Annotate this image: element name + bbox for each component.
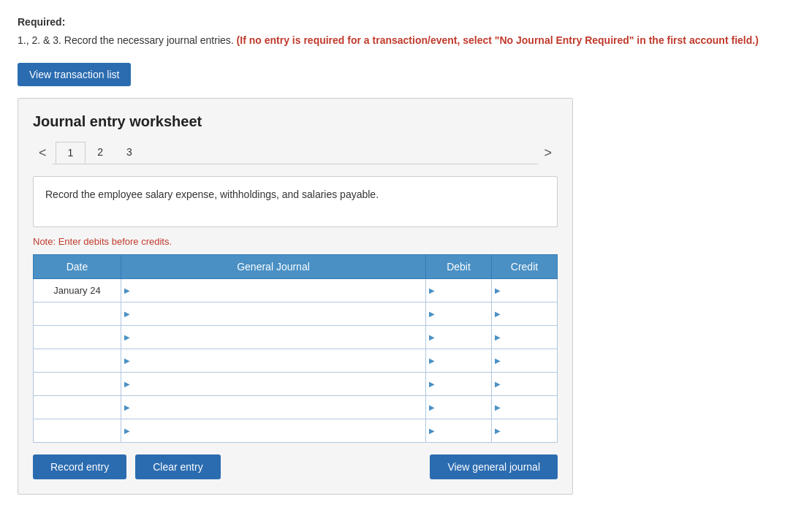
- gj-input[interactable]: [133, 329, 425, 346]
- debit-cell[interactable]: ▶: [426, 349, 492, 373]
- date-cell: January 24: [34, 279, 121, 302]
- table-row: ▶▶▶: [34, 349, 558, 373]
- record-entry-button[interactable]: Record entry: [33, 454, 126, 479]
- credit-cell[interactable]: ▶: [492, 279, 558, 302]
- credit-cell[interactable]: ▶: [492, 373, 558, 396]
- journal-table: Date General Journal Debit Credit Januar…: [33, 254, 558, 443]
- view-transaction-button[interactable]: View transaction list: [18, 63, 131, 86]
- credit-triangle-icon: ▶: [492, 427, 504, 435]
- date-cell[interactable]: [34, 419, 121, 443]
- tab-1[interactable]: 1: [56, 142, 86, 164]
- credit-input[interactable]: [504, 305, 557, 322]
- credit-input[interactable]: [504, 376, 557, 392]
- col-header-debit: Debit: [426, 255, 492, 279]
- triangle-icon: ▶: [121, 286, 133, 294]
- triangle-icon: ▶: [121, 380, 133, 388]
- gj-cell[interactable]: ▶: [121, 396, 426, 419]
- date-input[interactable]: [34, 396, 121, 419]
- col-header-date: Date: [34, 255, 121, 279]
- credit-triangle-icon: ▶: [492, 380, 504, 388]
- credit-input[interactable]: [504, 422, 557, 439]
- note-text: Note: Enter debits before credits.: [33, 236, 558, 247]
- date-input[interactable]: [34, 349, 121, 372]
- debit-input[interactable]: [438, 376, 491, 392]
- credit-cell[interactable]: ▶: [492, 419, 558, 443]
- debit-triangle-icon: ▶: [426, 403, 438, 411]
- gj-cell[interactable]: ▶: [121, 279, 426, 302]
- credit-input[interactable]: [504, 352, 557, 369]
- prev-tab-button[interactable]: <: [33, 142, 53, 164]
- date-cell[interactable]: [34, 326, 121, 349]
- description-box: Record the employee salary expense, with…: [33, 176, 558, 227]
- gj-cell[interactable]: ▶: [121, 302, 426, 326]
- debit-input[interactable]: [438, 329, 491, 346]
- gj-cell[interactable]: ▶: [121, 373, 426, 396]
- debit-input[interactable]: [438, 305, 491, 322]
- date-input[interactable]: [34, 373, 121, 395]
- view-general-journal-button[interactable]: View general journal: [430, 454, 558, 479]
- tab-2[interactable]: 2: [86, 142, 115, 164]
- debit-input[interactable]: [438, 282, 491, 299]
- credit-triangle-icon: ▶: [492, 310, 504, 318]
- credit-triangle-icon: ▶: [492, 357, 504, 365]
- table-row: ▶▶▶: [34, 373, 558, 396]
- next-tab-button[interactable]: >: [538, 142, 558, 164]
- credit-input[interactable]: [504, 329, 557, 346]
- gj-cell[interactable]: ▶: [121, 326, 426, 349]
- credit-input[interactable]: [504, 399, 557, 416]
- credit-cell[interactable]: ▶: [492, 326, 558, 349]
- triangle-icon: ▶: [121, 357, 133, 365]
- debit-input[interactable]: [438, 399, 491, 416]
- gj-input[interactable]: [133, 352, 425, 369]
- date-input[interactable]: [34, 302, 121, 325]
- table-row: January 24▶▶▶: [34, 279, 558, 302]
- col-header-gj: General Journal: [121, 255, 426, 279]
- credit-triangle-icon: ▶: [492, 286, 504, 294]
- debit-cell[interactable]: ▶: [426, 279, 492, 302]
- clear-entry-button[interactable]: Clear entry: [135, 454, 220, 479]
- gj-input[interactable]: [133, 422, 425, 439]
- debit-triangle-icon: ▶: [426, 380, 438, 388]
- required-label: Required:: [18, 15, 794, 30]
- triangle-icon: ▶: [121, 310, 133, 318]
- debit-triangle-icon: ▶: [426, 427, 438, 435]
- debit-cell[interactable]: ▶: [426, 419, 492, 443]
- gj-cell[interactable]: ▶: [121, 349, 426, 373]
- date-cell[interactable]: [34, 302, 121, 326]
- debit-cell[interactable]: ▶: [426, 302, 492, 326]
- debit-triangle-icon: ▶: [426, 333, 438, 341]
- bottom-buttons: Record entry Clear entry View general jo…: [33, 454, 558, 479]
- gj-input[interactable]: [133, 376, 425, 392]
- credit-triangle-icon: ▶: [492, 403, 504, 411]
- date-cell[interactable]: [34, 373, 121, 396]
- gj-input[interactable]: [133, 305, 425, 322]
- gj-cell[interactable]: ▶: [121, 419, 426, 443]
- instruction-text: 1., 2. & 3. Record the necessary journal…: [18, 33, 794, 48]
- tab-3[interactable]: 3: [115, 142, 144, 164]
- triangle-icon: ▶: [121, 333, 133, 341]
- credit-cell[interactable]: ▶: [492, 349, 558, 373]
- tabs-nav-area: < 1 2 3 >: [33, 142, 558, 164]
- credit-input[interactable]: [504, 282, 557, 299]
- credit-cell[interactable]: ▶: [492, 396, 558, 419]
- gj-input[interactable]: [133, 399, 425, 416]
- triangle-icon: ▶: [121, 427, 133, 435]
- triangle-icon: ▶: [121, 403, 133, 411]
- debit-triangle-icon: ▶: [426, 357, 438, 365]
- worksheet-title: Journal entry worksheet: [33, 113, 558, 130]
- debit-cell[interactable]: ▶: [426, 396, 492, 419]
- debit-triangle-icon: ▶: [426, 286, 438, 294]
- date-cell[interactable]: [34, 349, 121, 373]
- debit-input[interactable]: [438, 352, 491, 369]
- debit-input[interactable]: [438, 422, 491, 439]
- debit-triangle-icon: ▶: [426, 310, 438, 318]
- debit-cell[interactable]: ▶: [426, 373, 492, 396]
- gj-input[interactable]: [133, 282, 425, 299]
- date-input[interactable]: [34, 419, 121, 442]
- credit-cell[interactable]: ▶: [492, 302, 558, 326]
- debit-cell[interactable]: ▶: [426, 326, 492, 349]
- table-row: ▶▶▶: [34, 302, 558, 326]
- date-input[interactable]: [34, 326, 121, 349]
- date-cell[interactable]: [34, 396, 121, 419]
- table-row: ▶▶▶: [34, 326, 558, 349]
